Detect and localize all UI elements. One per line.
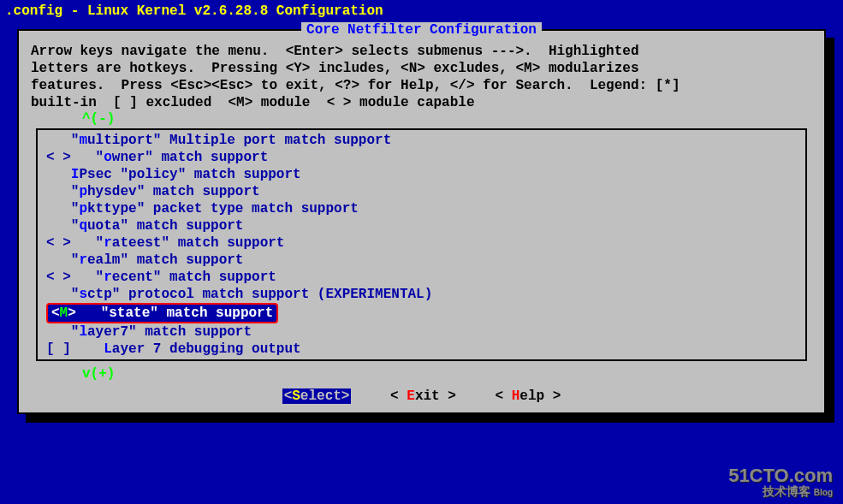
option-item[interactable]: < > "recent" match support — [46, 269, 797, 286]
exit-button[interactable]: < Exit > — [390, 388, 456, 404]
select-button[interactable]: <Select> — [282, 388, 352, 404]
scroll-down-indicator: v(+) — [82, 366, 812, 382]
option-list[interactable]: "multiport" Multiple port match support<… — [36, 128, 807, 361]
option-item[interactable]: "multiport" Multiple port match support — [46, 132, 797, 149]
option-item[interactable]: < > "owner" match support — [46, 149, 797, 166]
option-item[interactable]: "physdev" match support — [46, 183, 797, 200]
option-item[interactable]: IPsec "policy" match support — [46, 166, 797, 183]
option-item[interactable]: "pkttype" packet type match support — [46, 200, 797, 217]
option-state-selected[interactable]: <M> "state" match support — [46, 303, 797, 323]
option-item[interactable]: "sctp" protocol match support (EXPERIMEN… — [46, 286, 797, 303]
option-item[interactable]: "layer7" match support — [46, 323, 797, 341]
watermark: 51CTO.com 技术博客 Blog — [728, 466, 833, 497]
option-item[interactable]: "quota" match support — [46, 217, 797, 234]
option-item[interactable]: < > "rateest" match support — [46, 234, 797, 252]
help-text: Arrow keys navigate the menu. <Enter> se… — [31, 43, 812, 111]
dialog-title: Core Netfilter Configuration — [31, 22, 812, 38]
button-row: <Select> < Exit > < Help > — [31, 388, 812, 404]
window-title: .config - Linux Kernel v2.6.28.8 Configu… — [0, 0, 843, 22]
menuconfig-dialog: Core Netfilter Configuration Arrow keys … — [17, 29, 826, 414]
scroll-up-indicator: ^(-) — [82, 111, 812, 127]
option-item[interactable]: [ ] Layer 7 debugging output — [46, 341, 797, 358]
option-item[interactable]: "realm" match support — [46, 252, 797, 269]
help-button[interactable]: < Help > — [496, 388, 561, 404]
